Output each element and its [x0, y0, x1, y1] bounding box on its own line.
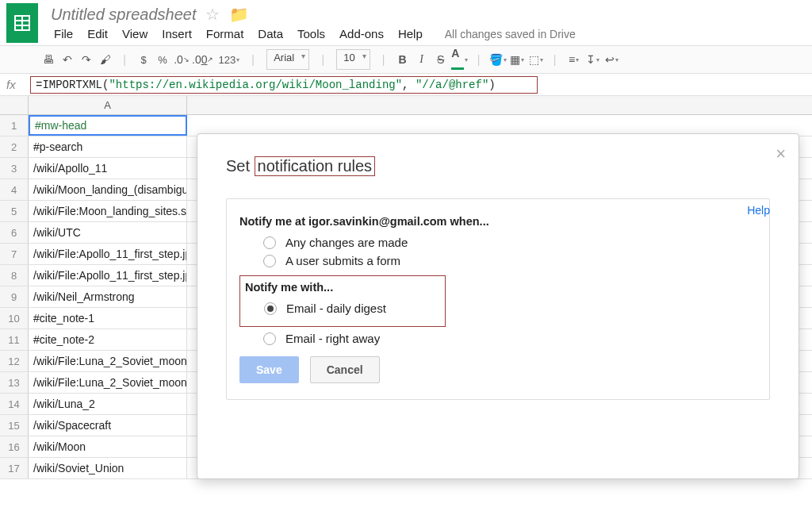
- row-header[interactable]: 14: [0, 394, 29, 414]
- cell[interactable]: #p-search: [29, 136, 187, 157]
- row-header[interactable]: 17: [0, 458, 29, 478]
- app-header: Untitled spreadsheet ☆ 📁 File Edit View …: [0, 0, 812, 45]
- menu-bar: File Edit View Insert Format Data Tools …: [51, 24, 806, 45]
- row-header[interactable]: 6: [0, 222, 29, 243]
- decrease-decimal-button[interactable]: .0↘: [173, 49, 190, 70]
- cell[interactable]: /wiki/File:Apollo_11_first_step.jpg: [29, 244, 187, 264]
- borders-button[interactable]: ▦▾: [508, 49, 526, 70]
- cell[interactable]: #cite_note-2: [29, 329, 187, 350]
- cell[interactable]: /wiki/UTC: [29, 222, 187, 243]
- font-size-select[interactable]: 10: [336, 49, 370, 70]
- menu-format[interactable]: Format: [206, 27, 244, 40]
- cell[interactable]: /wiki/Moon_landing_(disambiguation): [29, 179, 187, 200]
- select-all-corner[interactable]: [0, 96, 29, 114]
- notify-when-heading: Notify me at igor.savinkin@gmail.com whe…: [239, 215, 756, 228]
- option-right-away[interactable]: Email - right away: [263, 332, 756, 345]
- cell[interactable]: /wiki/Moon: [29, 436, 187, 457]
- radio-icon[interactable]: [264, 302, 277, 315]
- cell[interactable]: /wiki/Luna_2: [29, 394, 187, 414]
- menu-edit[interactable]: Edit: [87, 27, 108, 40]
- paint-format-icon[interactable]: 🖌: [97, 49, 114, 70]
- row-header[interactable]: 3: [0, 158, 29, 179]
- cell[interactable]: /wiki/Apollo_11: [29, 158, 187, 179]
- cell[interactable]: /wiki/File:Luna_2_Soviet_moon_probe.jpg: [29, 372, 187, 393]
- menu-view[interactable]: View: [122, 27, 147, 40]
- number-format-button[interactable]: 123▾: [215, 49, 243, 70]
- row-header[interactable]: 2: [0, 136, 29, 157]
- cell[interactable]: /wiki/File:Luna_2_Soviet_moon_probe.jpg: [29, 351, 187, 371]
- percent-format-button[interactable]: %: [154, 49, 171, 70]
- notification-rules-dialog: × Set notification rules Help Notify me …: [197, 133, 799, 479]
- row-header[interactable]: 9: [0, 286, 29, 307]
- bold-button[interactable]: B: [394, 49, 412, 70]
- strikethrough-button[interactable]: S: [432, 49, 450, 70]
- menu-data[interactable]: Data: [258, 27, 283, 40]
- undo-icon[interactable]: ↶: [59, 49, 76, 70]
- cell[interactable]: /wiki/File:Moon_landing_sites.svg: [29, 201, 187, 221]
- formula-bar: fx =IMPORTXML("https://en.wikipedia.org/…: [0, 74, 812, 96]
- row-header[interactable]: 12: [0, 351, 29, 371]
- option-label: Email - daily digest: [286, 302, 386, 315]
- row-header[interactable]: 15: [0, 415, 29, 436]
- star-icon[interactable]: ☆: [205, 5, 220, 24]
- row-header[interactable]: 8: [0, 265, 29, 286]
- text-color-button[interactable]: A▾: [451, 49, 469, 70]
- doc-title[interactable]: Untitled spreadsheet: [51, 6, 196, 24]
- row-header[interactable]: 1: [0, 115, 29, 136]
- separator: |: [244, 49, 262, 70]
- separator: |: [116, 49, 133, 70]
- row-header[interactable]: 7: [0, 244, 29, 264]
- cell[interactable]: /wiki/File:Apollo_11_first_step.jpg: [29, 265, 187, 286]
- row-header[interactable]: 11: [0, 329, 29, 350]
- cell[interactable]: /wiki/Spacecraft: [29, 415, 187, 436]
- cell[interactable]: #mw-head: [29, 115, 187, 136]
- menu-help[interactable]: Help: [398, 27, 423, 40]
- merge-cells-button[interactable]: ⬚▾: [527, 49, 545, 70]
- close-icon[interactable]: ×: [776, 144, 786, 164]
- cancel-button[interactable]: Cancel: [310, 356, 380, 383]
- cell[interactable]: /wiki/Neil_Armstrong: [29, 286, 187, 307]
- formula-text: =IMPORTXML("https://en.wikipedia.org/wik…: [36, 79, 496, 91]
- option-form-submit[interactable]: A user submits a form: [263, 254, 756, 267]
- row-header[interactable]: 5: [0, 201, 29, 221]
- cell[interactable]: /wiki/Soviet_Union: [29, 458, 187, 478]
- cell[interactable]: #cite_note-1: [29, 308, 187, 328]
- menu-insert[interactable]: Insert: [162, 27, 192, 40]
- save-button[interactable]: Save: [239, 356, 299, 383]
- vertical-align-button[interactable]: ↧▾: [584, 49, 602, 70]
- menu-file[interactable]: File: [54, 27, 73, 40]
- column-header-a[interactable]: A: [29, 96, 187, 114]
- toolbar: 🖶 ↶ ↷ 🖌 | $ % .0↘ .00↗ 123▾ | Arial | 10…: [0, 45, 812, 74]
- font-select[interactable]: Arial: [266, 49, 309, 70]
- folder-icon[interactable]: 📁: [229, 5, 249, 24]
- option-daily-digest[interactable]: Email - daily digest: [264, 302, 439, 315]
- radio-icon[interactable]: [263, 332, 276, 345]
- text-wrap-button[interactable]: ↩▾: [603, 49, 621, 70]
- print-icon[interactable]: 🖶: [40, 49, 57, 70]
- dialog-title: Set notification rules: [226, 156, 770, 176]
- increase-decimal-button[interactable]: .00↗: [192, 49, 213, 70]
- row-header[interactable]: 10: [0, 308, 29, 328]
- row-header[interactable]: 4: [0, 179, 29, 200]
- separator: |: [375, 49, 393, 70]
- horizontal-align-button[interactable]: ≡▾: [565, 49, 583, 70]
- radio-icon[interactable]: [263, 255, 276, 267]
- sheets-logo-icon[interactable]: [6, 3, 38, 43]
- currency-format-button[interactable]: $: [135, 49, 152, 70]
- menu-addons[interactable]: Add-ons: [339, 27, 384, 40]
- separator: |: [546, 49, 564, 70]
- separator: |: [314, 49, 331, 70]
- redo-icon[interactable]: ↷: [78, 49, 95, 70]
- menu-tools[interactable]: Tools: [297, 27, 325, 40]
- row-header[interactable]: 13: [0, 372, 29, 393]
- option-any-changes[interactable]: Any changes are made: [263, 236, 756, 249]
- help-link[interactable]: Help: [747, 204, 770, 217]
- fill-color-button[interactable]: 🪣▾: [489, 49, 507, 70]
- dialog-body: Notify me at igor.savinkin@gmail.com whe…: [226, 198, 770, 400]
- row-header[interactable]: 16: [0, 436, 29, 457]
- fx-label: fx: [6, 78, 30, 91]
- save-status: All changes saved in Drive: [445, 28, 576, 40]
- radio-icon[interactable]: [263, 236, 276, 249]
- formula-input[interactable]: =IMPORTXML("https://en.wikipedia.org/wik…: [30, 76, 538, 94]
- italic-button[interactable]: I: [413, 49, 431, 70]
